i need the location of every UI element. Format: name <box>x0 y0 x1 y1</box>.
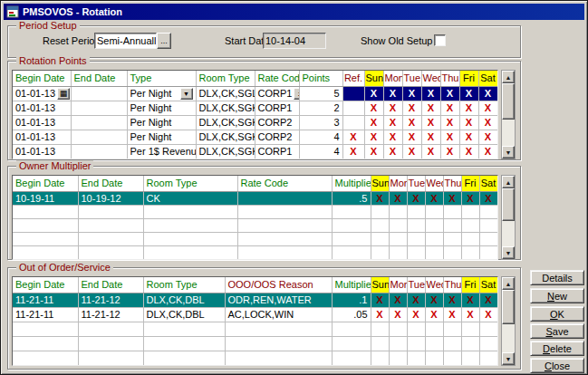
period-setup-group-label: Period Setup <box>16 20 80 32</box>
delete-button[interactable]: Delete <box>530 341 584 356</box>
table-row[interactable] <box>13 218 497 232</box>
room-type-cell: DLX,CK,SGL <box>196 86 255 101</box>
day-cell[interactable]: X <box>478 86 497 101</box>
ok-button[interactable]: OK <box>530 306 584 322</box>
table-row[interactable] <box>13 336 497 351</box>
end-date-cell <box>71 86 127 101</box>
owner-multiplier-grid: Begin Date End Date Room Type Rate Code … <box>12 175 498 260</box>
day-cell[interactable]: X <box>459 86 478 101</box>
scroll-thumb[interactable] <box>502 83 515 120</box>
scroll-track[interactable] <box>502 290 515 352</box>
col-thu: Thu <box>443 277 461 293</box>
ooo-scrollbar[interactable]: ▲ ▼ <box>501 276 516 366</box>
scroll-up-icon: ▲ <box>506 179 512 186</box>
table-row[interactable]: 01-01-13▦ Per Night▼ DLX,CK,SGL CORP1± 5… <box>13 86 497 101</box>
day-cell[interactable]: X <box>440 86 459 101</box>
col-wed: Wed <box>425 176 443 191</box>
out-of-order-group-label: Out of Order/Service <box>16 262 113 274</box>
ooo-header-row: Begin Date End Date Room Type OOO/OOS Re… <box>13 277 497 293</box>
day-cell[interactable]: X <box>383 86 402 101</box>
ellipsis-icon: ... <box>160 36 168 45</box>
col-sun: Sun <box>371 277 389 293</box>
day-cell[interactable]: X <box>421 86 440 101</box>
col-type: Type <box>127 71 196 86</box>
save-button[interactable]: Save <box>530 323 584 339</box>
close-button[interactable]: Close <box>530 358 584 373</box>
col-thu: Thu <box>440 71 459 86</box>
table-row[interactable]: 01-01-13 Per Night DLX,CK,SGK,K) CORP2 4… <box>13 130 497 144</box>
reset-period-browse-button[interactable]: ... <box>157 33 171 49</box>
table-row[interactable]: 01-01-13 Per Night DLX,CK,SGK,K) CORP1 2… <box>13 101 497 115</box>
titlebar[interactable]: PMSOVOS - Rotation <box>4 4 584 20</box>
period-setup-group: Period Setup Reset Period Semi-Annually … <box>7 25 521 58</box>
owner-header-row: Begin Date End Date Room Type Rate Code … <box>13 176 497 191</box>
scroll-track[interactable] <box>502 188 515 246</box>
owner-multiplier-group: Owner Multiplier Begin Date End Date Roo… <box>7 166 521 260</box>
scroll-track[interactable] <box>502 83 515 146</box>
scroll-thumb[interactable] <box>502 290 515 324</box>
day-cell[interactable]: X <box>402 86 421 101</box>
col-thu: Thu <box>443 176 461 191</box>
table-row[interactable] <box>13 351 497 365</box>
col-wed: Wed <box>425 277 443 293</box>
reset-period-combo[interactable]: Semi-Annually <box>94 33 157 49</box>
rotation-points-group-label: Rotation Points <box>16 55 90 67</box>
begin-date-value: 01-01-13 <box>15 88 55 99</box>
show-old-setup-checkbox[interactable] <box>434 34 446 46</box>
scroll-down-button[interactable]: ▼ <box>502 352 515 365</box>
table-row[interactable] <box>13 205 497 218</box>
new-button[interactable]: New <box>530 288 584 303</box>
reset-period-label: Reset Period <box>43 35 101 46</box>
col-sat: Sat <box>478 71 497 86</box>
owner-scrollbar[interactable]: ▲ ▼ <box>501 175 516 260</box>
rate-picker-button[interactable]: ± <box>294 88 299 100</box>
rotation-points-group: Rotation Points Begin Date End Date Type… <box>7 61 521 160</box>
scroll-up-button[interactable]: ▲ <box>502 277 515 290</box>
reset-period-value: Semi-Annually <box>97 35 157 46</box>
col-sun: Sun <box>371 176 389 191</box>
rotation-scrollbar[interactable]: ▲ ▼ <box>501 70 516 159</box>
col-ref: Ref. <box>342 71 364 86</box>
col-room-type: Room Type <box>143 176 237 191</box>
col-mon: Mon <box>389 176 407 191</box>
table-row[interactable]: 11-21-11 11-21-12 DLX,CK,DBL ODR,REN,WAT… <box>13 293 497 307</box>
scroll-up-button[interactable]: ▲ <box>502 71 515 83</box>
calendar-button[interactable]: ▦ <box>57 88 70 100</box>
table-row[interactable]: 11-21-11 11-21-12 DLX,CK,DBL AC,LOCK,WIN… <box>13 307 497 322</box>
window-title: PMSOVOS - Rotation <box>23 6 122 17</box>
scroll-up-button[interactable]: ▲ <box>502 176 515 188</box>
day-cell[interactable]: X <box>364 86 383 101</box>
col-tue: Tue <box>407 176 425 191</box>
start-date-field[interactable]: 10-14-04 <box>263 33 326 49</box>
scroll-up-icon: ▲ <box>506 74 512 81</box>
table-row[interactable] <box>13 322 497 336</box>
table-row[interactable] <box>13 232 497 245</box>
type-value: Per Night <box>130 88 172 99</box>
col-tue: Tue <box>402 71 421 86</box>
scroll-down-icon: ▼ <box>506 356 512 362</box>
table-row[interactable]: 01-01-13 Per 1$ Revenu DLX,CK,SGK,K) COR… <box>13 144 497 159</box>
col-points: Points <box>299 71 342 86</box>
type-dropdown-button[interactable]: ▼ <box>180 88 193 100</box>
table-row[interactable]: 10-19-11 10-19-12 CK .5 X X X X X X X <box>13 191 497 205</box>
ref-cell <box>342 86 364 101</box>
col-rate-code: Rate Code <box>237 176 332 191</box>
col-tue: Tue <box>407 277 425 293</box>
scroll-down-button[interactable]: ▼ <box>502 246 515 259</box>
col-begin-date: Begin Date <box>13 176 78 191</box>
col-mon: Mon <box>383 71 402 86</box>
scroll-down-icon: ▼ <box>506 149 512 156</box>
details-button[interactable]: Details <box>530 270 584 285</box>
points-cell: 5 <box>299 86 342 101</box>
owner-multiplier-group-label: Owner Multiplier <box>16 160 93 172</box>
col-mon: Mon <box>389 277 407 293</box>
show-old-setup-label: Show Old Setup <box>361 35 433 46</box>
col-begin-date: Begin Date <box>13 71 71 86</box>
scroll-thumb[interactable] <box>502 188 515 221</box>
table-row[interactable] <box>13 245 497 259</box>
scroll-down-button[interactable]: ▼ <box>502 146 515 159</box>
col-end-date: End Date <box>78 176 143 191</box>
out-of-order-group: Out of Order/Service Begin Date End Date… <box>7 267 521 370</box>
table-row[interactable]: 01-01-13 Per Night DLX,CK,SGK,K) CORP2 3… <box>13 115 497 130</box>
rotation-window: PMSOVOS - Rotation Period Setup Reset Pe… <box>0 0 588 375</box>
